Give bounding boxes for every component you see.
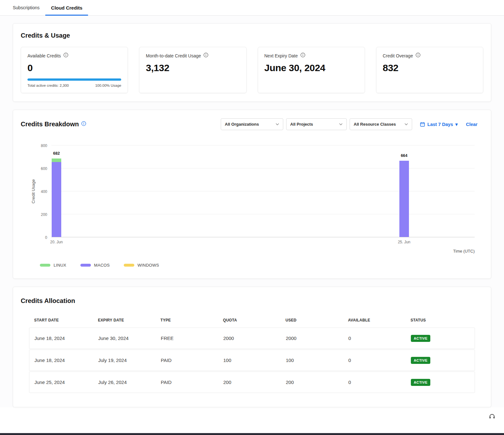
cell-available: 0 [348, 380, 411, 385]
stat-label: Next Expiry Date [264, 53, 298, 58]
cell-type: PAID [161, 380, 223, 385]
cell-available: 0 [348, 358, 411, 363]
legend-label: WINDOWS [137, 263, 159, 268]
credits-breakdown-title: Credits Breakdown [21, 121, 79, 128]
legend-item-windows[interactable]: WINDOWS [124, 263, 159, 268]
stat-value: June 30, 2024 [264, 63, 358, 73]
y-tick-label: 200 [34, 212, 47, 217]
credits-breakdown-card: Credits Breakdown All Organizations All … [13, 110, 491, 279]
stat-card-available-credits: Available Credits 0 Total active credits… [21, 47, 128, 93]
gridline [51, 214, 475, 214]
cell-type: FREE [161, 335, 223, 341]
projects-filter-select[interactable]: All Projects [286, 118, 347, 130]
col-header-available: AVAILABLE [348, 318, 411, 322]
info-icon[interactable] [300, 53, 305, 59]
stat-card-mtd-usage: Month-to-date Credit Usage 3,132 [139, 47, 246, 93]
legend-label: MACOS [94, 263, 110, 268]
y-tick-label: 800 [34, 144, 47, 148]
stat-value: 0 [27, 63, 121, 73]
credits-allocation-card: Credits Allocation START DATE EXPIRY DAT… [13, 287, 491, 407]
usage-percent-text: 100.00% Usage [95, 84, 121, 87]
windows-swatch-icon [124, 264, 134, 267]
stat-value: 3,132 [146, 63, 240, 73]
col-header-start-date: START DATE [34, 318, 98, 322]
stat-footer: Total active credits: 2,300 100.00% Usag… [27, 84, 121, 87]
gridline [51, 168, 475, 168]
cell-expiry-date: July 26, 2024 [98, 380, 161, 385]
info-icon[interactable] [63, 53, 68, 59]
cell-type: PAID [161, 358, 223, 363]
y-tick-label: 400 [34, 189, 47, 194]
info-icon[interactable] [204, 53, 208, 59]
date-range-value: Last 7 Days [427, 122, 453, 127]
status-badge: ACTIVE [411, 335, 430, 342]
y-tick-label: 0 [34, 235, 47, 240]
organizations-filter-select[interactable]: All Organizations [221, 118, 283, 130]
legend-item-linux[interactable]: LINUX [40, 263, 66, 268]
chart-bar[interactable] [52, 159, 61, 237]
col-header-quota: QUOTA [223, 318, 285, 322]
stat-card-next-expiry: Next Expiry Date June 30, 2024 [258, 47, 365, 93]
credits-allocation-title: Credits Allocation [21, 297, 483, 305]
chevron-down-icon [404, 123, 408, 125]
calendar-icon [420, 122, 425, 127]
macos-swatch-icon [80, 264, 91, 267]
resource-classes-filter-select[interactable]: All Resource Classes [350, 118, 412, 130]
stat-label: Available Credits [27, 53, 61, 58]
credits-allocation-table: START DATE EXPIRY DATE TYPE QUOTA USED A… [29, 313, 475, 393]
x-axis-label: Time (UTC) [453, 249, 475, 254]
stat-card-credit-overage: Credit Overage 832 [376, 47, 483, 93]
table-header-row: START DATE EXPIRY DATE TYPE QUOTA USED A… [29, 313, 475, 328]
bar-segment-macos [52, 162, 61, 237]
chevron-down-icon [276, 123, 279, 125]
table-row: June 18, 2024 June 30, 2024 FREE 2000 20… [29, 328, 475, 349]
cell-available: 0 [348, 335, 411, 341]
col-header-status: STATUS [411, 318, 470, 322]
credits-usage-title: Credits & Usage [21, 32, 483, 39]
chart-x-ticks: 20. Jun25. Jun [51, 240, 475, 245]
linux-swatch-icon [40, 264, 50, 267]
stat-label: Credit Overage [383, 53, 413, 58]
clear-filters-button[interactable]: Clear [466, 122, 478, 127]
cell-quota: 2000 [223, 335, 286, 341]
cell-quota: 200 [223, 380, 286, 385]
credits-progress-bar [27, 78, 121, 81]
y-tick-label: 600 [34, 166, 47, 171]
cell-quota: 100 [223, 358, 286, 363]
chevron-down-icon [339, 123, 343, 125]
bar-total-label: 682 [53, 151, 60, 156]
info-icon[interactable] [416, 53, 420, 59]
chart-legend: LINUX MACOS WINDOWS [40, 263, 483, 268]
legend-item-macos[interactable]: MACOS [80, 263, 110, 268]
tab-cloud-credits[interactable]: Cloud Credits [45, 0, 88, 15]
stat-value: 832 [383, 63, 477, 73]
credit-usage-chart: Credit Usage 0200400600800682664 20. Jun… [21, 133, 483, 260]
legend-label: LINUX [54, 263, 66, 268]
total-active-credits-text: Total active credits: 2,300 [27, 84, 69, 87]
window-bottom-edge [0, 433, 504, 435]
main-content: Credits & Usage Available Credits 0 Tota… [0, 16, 504, 407]
cell-expiry-date: July 19, 2024 [98, 358, 161, 363]
bar-segment-linux [52, 159, 61, 162]
tab-bar: Subscriptions Cloud Credits [0, 0, 504, 16]
table-row: June 25, 2024 July 26, 2024 PAID 200 200… [29, 372, 475, 393]
projects-filter-value: All Projects [290, 122, 313, 127]
date-range-picker[interactable]: Last 7 Days ▾ [420, 122, 458, 127]
tab-subscriptions[interactable]: Subscriptions [7, 0, 45, 15]
x-tick-label: 20. Jun [50, 240, 63, 244]
gridline [51, 191, 475, 191]
support-icon[interactable] [488, 412, 496, 421]
gridline [51, 145, 475, 145]
cell-expiry-date: June 30, 2024 [98, 335, 161, 341]
organizations-filter-value: All Organizations [225, 122, 259, 127]
resource-classes-filter-value: All Resource Classes [354, 122, 396, 127]
bar-total-label: 664 [401, 153, 407, 158]
chart-filters: All Organizations All Projects All Resou… [218, 118, 483, 130]
credits-progress-fill [27, 78, 121, 81]
cell-used: 2000 [286, 335, 348, 341]
chart-bar[interactable] [399, 161, 409, 237]
status-badge: ACTIVE [411, 357, 430, 364]
cell-start-date: June 18, 2024 [34, 358, 98, 363]
col-header-used: USED [285, 318, 348, 322]
info-icon[interactable] [81, 121, 86, 127]
